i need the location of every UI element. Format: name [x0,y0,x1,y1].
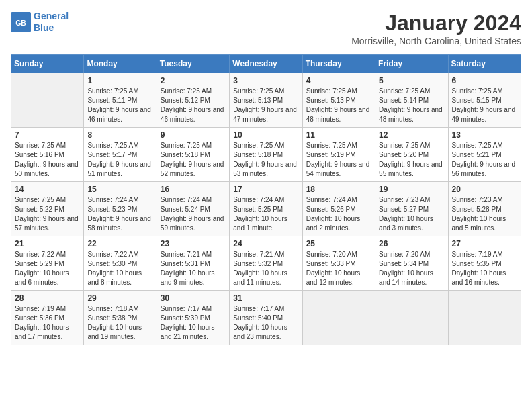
calendar-cell: 18Sunrise: 7:24 AMSunset: 5:26 PMDayligh… [302,182,375,236]
calendar-cell: 13Sunrise: 7:25 AMSunset: 5:21 PMDayligh… [448,128,521,182]
calendar-cell: 10Sunrise: 7:25 AMSunset: 5:18 PMDayligh… [230,128,302,182]
cell-content: Sunrise: 7:24 AMSunset: 5:24 PMDaylight:… [161,195,226,233]
calendar-table: SundayMondayTuesdayWednesdayThursdayFrid… [11,54,521,345]
day-number: 5 [379,76,444,85]
calendar-cell: 31Sunrise: 7:17 AMSunset: 5:40 PMDayligh… [230,291,302,345]
day-number: 6 [452,76,517,85]
calendar-cell: 4Sunrise: 7:25 AMSunset: 5:13 PMDaylight… [302,73,375,128]
calendar-cell: 6Sunrise: 7:25 AMSunset: 5:15 PMDaylight… [448,73,521,128]
cell-content: Sunrise: 7:24 AMSunset: 5:23 PMDaylight:… [87,195,152,233]
calendar-cell: 19Sunrise: 7:23 AMSunset: 5:27 PMDayligh… [375,182,448,236]
cell-content: Sunrise: 7:20 AMSunset: 5:34 PMDaylight:… [379,250,444,287]
cell-content: Sunrise: 7:25 AMSunset: 5:15 PMDaylight:… [452,87,517,124]
logo-text: General Blue [34,11,69,34]
calendar-cell: 23Sunrise: 7:21 AMSunset: 5:31 PMDayligh… [157,236,229,291]
weekday-header-wednesday: Wednesday [230,55,302,73]
day-number: 14 [15,185,80,194]
svg-text:GB: GB [15,18,26,26]
cell-content: Sunrise: 7:23 AMSunset: 5:28 PMDaylight:… [452,195,517,233]
cell-content: Sunrise: 7:25 AMSunset: 5:16 PMDaylight:… [15,141,80,179]
day-number: 22 [87,239,152,248]
calendar-cell: 3Sunrise: 7:25 AMSunset: 5:13 PMDaylight… [230,73,302,128]
day-number: 27 [452,239,517,248]
calendar-cell: 1Sunrise: 7:25 AMSunset: 5:11 PMDaylight… [84,73,157,128]
calendar-body: 1Sunrise: 7:25 AMSunset: 5:11 PMDaylight… [11,73,521,345]
cell-content: Sunrise: 7:25 AMSunset: 5:13 PMDaylight:… [233,87,298,124]
calendar-cell [448,291,521,345]
day-number: 20 [452,185,517,194]
cell-content: Sunrise: 7:21 AMSunset: 5:31 PMDaylight:… [161,250,226,287]
day-number: 3 [233,76,298,85]
day-number: 21 [15,239,80,248]
weekday-header-monday: Monday [84,55,157,73]
calendar-week-row: 28Sunrise: 7:19 AMSunset: 5:36 PMDayligh… [11,291,521,345]
calendar-cell: 24Sunrise: 7:21 AMSunset: 5:32 PMDayligh… [230,236,302,291]
calendar-cell: 5Sunrise: 7:25 AMSunset: 5:14 PMDaylight… [375,73,448,128]
cell-content: Sunrise: 7:18 AMSunset: 5:38 PMDaylight:… [87,304,152,342]
cell-content: Sunrise: 7:17 AMSunset: 5:40 PMDaylight:… [233,304,298,342]
cell-content: Sunrise: 7:25 AMSunset: 5:22 PMDaylight:… [15,195,80,233]
day-number: 10 [233,130,298,140]
calendar-cell: 28Sunrise: 7:19 AMSunset: 5:36 PMDayligh… [11,291,84,345]
logo: GB General Blue [11,11,69,34]
weekday-header-row: SundayMondayTuesdayWednesdayThursdayFrid… [11,55,521,73]
calendar-week-row: 14Sunrise: 7:25 AMSunset: 5:22 PMDayligh… [11,182,521,236]
calendar-cell: 25Sunrise: 7:20 AMSunset: 5:33 PMDayligh… [302,236,375,291]
location-subtitle: Morrisville, North Carolina, United Stat… [351,36,521,46]
weekday-header-sunday: Sunday [11,55,84,73]
calendar-cell [302,291,375,345]
cell-content: Sunrise: 7:25 AMSunset: 5:18 PMDaylight:… [161,141,226,179]
calendar-week-row: 21Sunrise: 7:22 AMSunset: 5:29 PMDayligh… [11,236,521,291]
day-number: 25 [306,239,371,248]
day-number: 13 [452,130,517,140]
logo-line2: Blue [34,22,54,33]
calendar-cell: 21Sunrise: 7:22 AMSunset: 5:29 PMDayligh… [11,236,84,291]
weekday-header-tuesday: Tuesday [157,55,229,73]
cell-content: Sunrise: 7:25 AMSunset: 5:18 PMDaylight:… [233,141,298,179]
day-number: 23 [161,239,226,248]
logo-line1: General [34,11,69,21]
title-block: January 2024 Morrisville, North Carolina… [351,11,521,46]
cell-content: Sunrise: 7:25 AMSunset: 5:12 PMDaylight:… [161,87,226,124]
calendar-cell: 16Sunrise: 7:24 AMSunset: 5:24 PMDayligh… [157,182,229,236]
day-number: 7 [15,130,80,140]
cell-content: Sunrise: 7:22 AMSunset: 5:30 PMDaylight:… [87,250,152,287]
calendar-cell: 30Sunrise: 7:17 AMSunset: 5:39 PMDayligh… [157,291,229,345]
calendar-week-row: 7Sunrise: 7:25 AMSunset: 5:16 PMDaylight… [11,128,521,182]
day-number: 19 [379,185,444,194]
month-title: January 2024 [351,11,521,36]
day-number: 2 [161,76,226,85]
day-number: 29 [87,293,152,303]
calendar-cell: 9Sunrise: 7:25 AMSunset: 5:18 PMDaylight… [157,128,229,182]
calendar-cell: 15Sunrise: 7:24 AMSunset: 5:23 PMDayligh… [84,182,157,236]
cell-content: Sunrise: 7:19 AMSunset: 5:36 PMDaylight:… [15,304,80,342]
calendar-cell: 12Sunrise: 7:25 AMSunset: 5:20 PMDayligh… [375,128,448,182]
page-header: GB General Blue January 2024 Morrisville… [11,11,521,46]
day-number: 28 [15,293,80,303]
cell-content: Sunrise: 7:25 AMSunset: 5:14 PMDaylight:… [379,87,444,124]
day-number: 9 [161,130,226,140]
day-number: 18 [306,185,371,194]
day-number: 30 [161,293,226,303]
cell-content: Sunrise: 7:25 AMSunset: 5:17 PMDaylight:… [87,141,152,179]
calendar-cell: 29Sunrise: 7:18 AMSunset: 5:38 PMDayligh… [84,291,157,345]
calendar-cell: 22Sunrise: 7:22 AMSunset: 5:30 PMDayligh… [84,236,157,291]
weekday-header-saturday: Saturday [448,55,521,73]
cell-content: Sunrise: 7:19 AMSunset: 5:35 PMDaylight:… [452,250,517,287]
cell-content: Sunrise: 7:22 AMSunset: 5:29 PMDaylight:… [15,250,80,287]
calendar-cell: 8Sunrise: 7:25 AMSunset: 5:17 PMDaylight… [84,128,157,182]
calendar-cell: 17Sunrise: 7:24 AMSunset: 5:25 PMDayligh… [230,182,302,236]
cell-content: Sunrise: 7:25 AMSunset: 5:13 PMDaylight:… [306,87,371,124]
weekday-header-friday: Friday [375,55,448,73]
day-number: 4 [306,76,371,85]
cell-content: Sunrise: 7:24 AMSunset: 5:26 PMDaylight:… [306,195,371,233]
calendar-cell: 14Sunrise: 7:25 AMSunset: 5:22 PMDayligh… [11,182,84,236]
cell-content: Sunrise: 7:25 AMSunset: 5:11 PMDaylight:… [87,87,152,124]
calendar-cell: 2Sunrise: 7:25 AMSunset: 5:12 PMDaylight… [157,73,229,128]
calendar-cell: 27Sunrise: 7:19 AMSunset: 5:35 PMDayligh… [448,236,521,291]
day-number: 26 [379,239,444,248]
day-number: 24 [233,239,298,248]
calendar-cell: 7Sunrise: 7:25 AMSunset: 5:16 PMDaylight… [11,128,84,182]
cell-content: Sunrise: 7:24 AMSunset: 5:25 PMDaylight:… [233,195,298,233]
day-number: 8 [87,130,152,140]
